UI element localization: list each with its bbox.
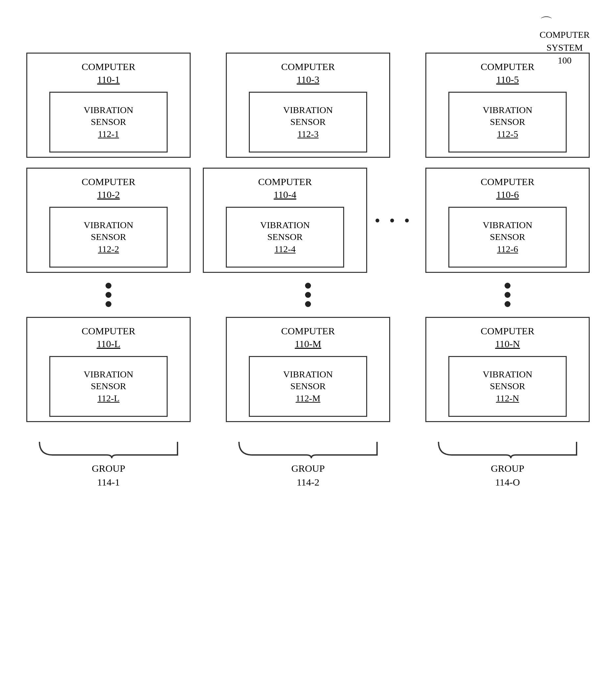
sensor-box-112-5: VIBRATIONSENSOR112-5 (448, 92, 567, 153)
main-grid: COMPUTER110-1 VIBRATIONSENSOR112-1 COMPU… (26, 52, 590, 489)
group-item-O: GROUP114-O (425, 439, 590, 489)
computer-title-110-M: COMPUTER110-M (281, 325, 335, 350)
sensor-box-112-1: VIBRATIONSENSOR112-1 (49, 92, 168, 153)
computer-box-110-N: COMPUTER110-N VIBRATIONSENSOR112-N (425, 317, 590, 422)
computer-title-110-1: COMPUTER110-1 (82, 60, 135, 86)
sensor-box-112-L: VIBRATIONSENSOR112-L (49, 356, 168, 417)
computer-box-110-1: COMPUTER110-1 VIBRATIONSENSOR112-1 (26, 52, 191, 158)
vertical-dots-row (26, 283, 590, 307)
computer-title-110-4: COMPUTER110-4 (258, 175, 312, 201)
sensor-box-112-M: VIBRATIONSENSOR112-M (249, 356, 367, 417)
brace-svg-1 (36, 439, 181, 458)
groups-row: GROUP114-1 GROUP114-2 GROUP114-O (26, 439, 590, 489)
computer-box-110-3: COMPUTER110-3 VIBRATIONSENSOR112-3 (226, 52, 390, 158)
dot (305, 292, 311, 298)
sensor-box-112-2: VIBRATIONSENSOR112-2 (49, 207, 168, 268)
computer-title-110-3: COMPUTER110-3 (281, 60, 335, 86)
brace-svg-2 (236, 439, 380, 458)
sensor-box-112-6: VIBRATIONSENSOR112-6 (448, 207, 567, 268)
sensor-box-112-3: VIBRATIONSENSOR112-3 (249, 92, 367, 153)
computers-row-2: COMPUTER110-2 VIBRATIONSENSOR112-2 COMPU… (26, 168, 590, 273)
dot (505, 292, 510, 298)
computer-box-110-4: COMPUTER110-4 VIBRATIONSENSOR112-4 (203, 168, 367, 273)
computer-title-110-L: COMPUTER110-L (82, 325, 135, 350)
dot (305, 283, 311, 289)
computer-box-110-L: COMPUTER110-L VIBRATIONSENSOR112-L (26, 317, 191, 422)
computer-title-110-2: COMPUTER110-2 (82, 175, 135, 201)
curve-decoration: ⌒ (540, 13, 590, 31)
group-label-2: GROUP114-2 (291, 462, 325, 489)
dots-col-2 (226, 283, 390, 307)
computer-box-110-5: COMPUTER110-5 VIBRATIONSENSOR112-5 (425, 52, 590, 158)
sensor-box-112-4: VIBRATIONSENSOR112-4 (226, 207, 344, 268)
group-item-2: GROUP114-2 (226, 439, 390, 489)
page: ⌒ COMPUTER SYSTEM 100 COMPUTER110-1 VIBR… (0, 0, 616, 690)
dots-col-1 (26, 283, 191, 307)
system-title-line2: SYSTEM (547, 42, 583, 52)
system-title-line1: COMPUTER (540, 29, 590, 40)
computer-title-110-6: COMPUTER110-6 (481, 175, 534, 201)
sensor-box-112-N: VIBRATIONSENSOR112-N (448, 356, 567, 417)
dots-col-3 (425, 283, 590, 307)
group-label-O: GROUP114-O (491, 462, 524, 489)
computer-title-110-5: COMPUTER110-5 (481, 60, 534, 86)
computer-title-110-N: COMPUTER110-N (481, 325, 534, 350)
computer-box-110-2: COMPUTER110-2 VIBRATIONSENSOR112-2 (26, 168, 191, 273)
computers-row-1: COMPUTER110-1 VIBRATIONSENSOR112-1 COMPU… (26, 52, 590, 158)
computer-box-110-6: COMPUTER110-6 VIBRATIONSENSOR112-6 (425, 168, 590, 273)
group-item-1: GROUP114-1 (26, 439, 191, 489)
middle-col-row2: COMPUTER110-4 VIBRATIONSENSOR112-4 • • • (203, 168, 413, 273)
dot (505, 301, 510, 307)
computers-row-3: COMPUTER110-L VIBRATIONSENSOR112-L COMPU… (26, 317, 590, 422)
group-label-1: GROUP114-1 (92, 462, 125, 489)
horizontal-ellipsis: • • • (374, 212, 413, 229)
dot (106, 301, 111, 307)
dot (305, 301, 311, 307)
brace-svg-O (435, 439, 580, 458)
computer-box-110-M: COMPUTER110-M VIBRATIONSENSOR112-M (226, 317, 390, 422)
dot (106, 292, 111, 298)
dot (505, 283, 510, 289)
dot (106, 283, 111, 289)
